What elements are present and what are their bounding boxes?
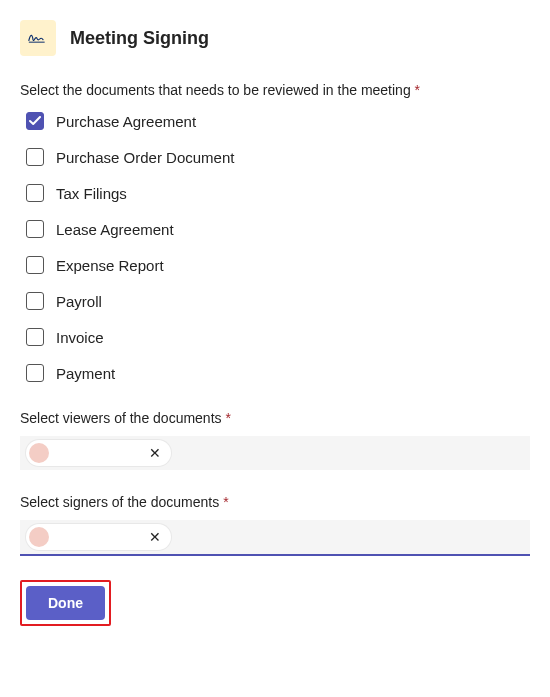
document-checkbox[interactable] xyxy=(26,364,44,382)
document-label: Purchase Agreement xyxy=(56,113,196,130)
document-label: Expense Report xyxy=(56,257,164,274)
document-label: Payment xyxy=(56,365,115,382)
dialog-header: Meeting Signing xyxy=(20,20,530,56)
document-checkbox[interactable] xyxy=(26,112,44,130)
done-highlight: Done xyxy=(20,580,111,626)
person-chip[interactable]: ✕ xyxy=(26,440,171,466)
document-checkbox[interactable] xyxy=(26,328,44,346)
person-chip[interactable]: ✕ xyxy=(26,524,171,550)
required-marker: * xyxy=(225,410,230,426)
signers-label-text: Select signers of the documents xyxy=(20,494,219,510)
dialog-title: Meeting Signing xyxy=(70,28,209,49)
documents-checklist: Purchase AgreementPurchase Order Documen… xyxy=(26,112,530,382)
signers-label: Select signers of the documents * xyxy=(20,494,530,510)
documents-prompt: Select the documents that needs to be re… xyxy=(20,82,530,98)
document-row: Payment xyxy=(26,364,530,382)
document-label: Purchase Order Document xyxy=(56,149,234,166)
viewers-label-text: Select viewers of the documents xyxy=(20,410,222,426)
document-row: Purchase Order Document xyxy=(26,148,530,166)
document-row: Payroll xyxy=(26,292,530,310)
document-checkbox[interactable] xyxy=(26,256,44,274)
signers-input[interactable]: ✕ xyxy=(20,520,530,556)
done-button[interactable]: Done xyxy=(26,586,105,620)
document-checkbox[interactable] xyxy=(26,148,44,166)
document-row: Lease Agreement xyxy=(26,220,530,238)
document-label: Payroll xyxy=(56,293,102,310)
document-checkbox[interactable] xyxy=(26,292,44,310)
avatar xyxy=(29,527,49,547)
document-row: Expense Report xyxy=(26,256,530,274)
viewers-input[interactable]: ✕ xyxy=(20,436,530,470)
document-row: Invoice xyxy=(26,328,530,346)
document-checkbox[interactable] xyxy=(26,184,44,202)
document-label: Invoice xyxy=(56,329,104,346)
remove-chip-icon[interactable]: ✕ xyxy=(149,446,161,460)
document-label: Lease Agreement xyxy=(56,221,174,238)
document-row: Purchase Agreement xyxy=(26,112,530,130)
document-label: Tax Filings xyxy=(56,185,127,202)
app-signature-icon xyxy=(20,20,56,56)
document-checkbox[interactable] xyxy=(26,220,44,238)
signature-glyph-icon xyxy=(28,32,48,44)
viewers-label: Select viewers of the documents * xyxy=(20,410,530,426)
required-marker: * xyxy=(223,494,228,510)
avatar xyxy=(29,443,49,463)
required-marker: * xyxy=(415,82,420,98)
documents-prompt-text: Select the documents that needs to be re… xyxy=(20,82,411,98)
document-row: Tax Filings xyxy=(26,184,530,202)
remove-chip-icon[interactable]: ✕ xyxy=(149,530,161,544)
